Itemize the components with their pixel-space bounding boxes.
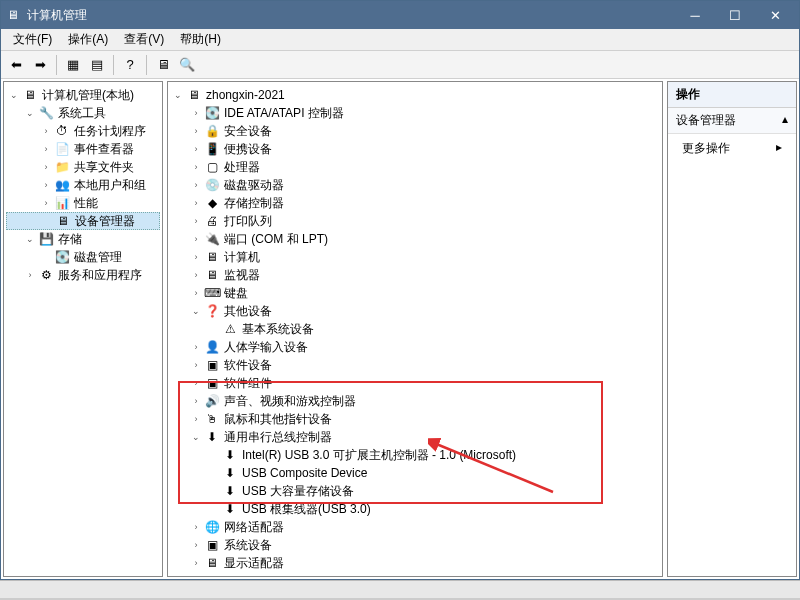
device-tree-node[interactable]: ›▣软件设备 — [170, 356, 660, 374]
show-hide-tree-button[interactable]: ▦ — [62, 54, 84, 76]
expand-icon[interactable]: › — [190, 359, 202, 371]
tree-item-label: 服务和应用程序 — [58, 267, 142, 284]
collapse-icon[interactable]: ⌄ — [8, 89, 20, 101]
tree-item-label: USB Composite Device — [242, 466, 367, 480]
actions-pane: 操作 设备管理器 ▴ 更多操作 ▸ — [667, 81, 797, 577]
more-actions-item[interactable]: 更多操作 ▸ — [668, 134, 796, 163]
expand-icon[interactable]: › — [40, 161, 52, 173]
help-button[interactable]: ? — [119, 54, 141, 76]
mgmt-tree-node[interactable]: ⌄🖥计算机管理(本地) — [6, 86, 160, 104]
tree-item-label: 端口 (COM 和 LPT) — [224, 231, 328, 248]
device-tree-node[interactable]: ›🖨打印队列 — [170, 212, 660, 230]
device-tree-node[interactable]: ›📱便携设备 — [170, 140, 660, 158]
device-tree-node[interactable]: ⬇USB 根集线器(USB 3.0) — [170, 500, 660, 518]
device-tree-node[interactable]: ⬇USB 大容量存储设备 — [170, 482, 660, 500]
mgmt-tree-node[interactable]: ›⏱任务计划程序 — [6, 122, 160, 140]
expand-icon[interactable]: › — [190, 269, 202, 281]
view-devices-button[interactable]: 🖥 — [152, 54, 174, 76]
expand-icon[interactable]: › — [190, 197, 202, 209]
collapse-icon[interactable]: ⌄ — [190, 431, 202, 443]
tree-item-label: IDE ATA/ATAPI 控制器 — [224, 105, 344, 122]
menu-action[interactable]: 操作(A) — [60, 29, 116, 50]
expand-icon[interactable]: › — [190, 179, 202, 191]
expand-icon[interactable]: › — [190, 233, 202, 245]
more-actions-label: 更多操作 — [682, 141, 730, 155]
device-tree-node[interactable]: ›🖥监视器 — [170, 266, 660, 284]
device-tree-node[interactable]: ›🖥显示适配器 — [170, 554, 660, 572]
device-tree-node[interactable]: ⚠基本系统设备 — [170, 320, 660, 338]
device-tree-node[interactable]: ›💽IDE ATA/ATAPI 控制器 — [170, 104, 660, 122]
close-button[interactable]: ✕ — [755, 1, 795, 29]
mgmt-tree-node[interactable]: ⌄🔧系统工具 — [6, 104, 160, 122]
minimize-button[interactable]: ─ — [675, 1, 715, 29]
device-tree-node[interactable]: ›🌐网络适配器 — [170, 518, 660, 536]
device-tree-node[interactable]: ›🔒安全设备 — [170, 122, 660, 140]
device-tree-node[interactable]: ›👤人体学输入设备 — [170, 338, 660, 356]
expand-icon[interactable]: › — [190, 557, 202, 569]
expand-icon[interactable]: › — [40, 197, 52, 209]
device-tree[interactable]: ⌄🖥zhongxin-2021›💽IDE ATA/ATAPI 控制器›🔒安全设备… — [168, 82, 662, 576]
expand-icon[interactable]: › — [190, 413, 202, 425]
device-tree-node[interactable]: ›▢处理器 — [170, 158, 660, 176]
expand-icon[interactable]: › — [190, 143, 202, 155]
forward-button[interactable]: ➡ — [29, 54, 51, 76]
tree-item-label: 显示适配器 — [224, 555, 284, 572]
mgmt-tree-node[interactable]: ⌄💾存储 — [6, 230, 160, 248]
device-tree-node[interactable]: ›◆存储控制器 — [170, 194, 660, 212]
device-tree-node[interactable]: ›💿磁盘驱动器 — [170, 176, 660, 194]
tree-item-icon: 📄 — [54, 141, 70, 157]
device-tree-node[interactable]: ›🖥计算机 — [170, 248, 660, 266]
device-tree-node[interactable]: ›🔌端口 (COM 和 LPT) — [170, 230, 660, 248]
collapse-icon[interactable]: ⌄ — [24, 107, 36, 119]
collapse-icon[interactable]: ⌄ — [24, 233, 36, 245]
device-tree-node[interactable]: ›🖱鼠标和其他指针设备 — [170, 410, 660, 428]
mgmt-tree-node[interactable]: 💽磁盘管理 — [6, 248, 160, 266]
expand-icon[interactable]: › — [190, 215, 202, 227]
collapse-icon[interactable]: ⌄ — [172, 89, 184, 101]
expand-icon[interactable]: › — [190, 395, 202, 407]
expand-icon[interactable]: › — [190, 107, 202, 119]
mgmt-tree-node[interactable]: ›👥本地用户和组 — [6, 176, 160, 194]
device-tree-node[interactable]: ⌄❓其他设备 — [170, 302, 660, 320]
tree-item-label: 打印队列 — [224, 213, 272, 230]
separator — [113, 55, 114, 75]
maximize-button[interactable]: ☐ — [715, 1, 755, 29]
device-tree-node[interactable]: ⬇USB Composite Device — [170, 464, 660, 482]
expand-icon[interactable]: › — [190, 377, 202, 389]
expand-icon[interactable]: › — [40, 125, 52, 137]
expand-icon[interactable]: › — [190, 287, 202, 299]
collapse-icon[interactable]: ▴ — [782, 112, 788, 129]
expand-icon[interactable]: › — [40, 179, 52, 191]
properties-button[interactable]: ▤ — [86, 54, 108, 76]
menu-view[interactable]: 查看(V) — [116, 29, 172, 50]
mgmt-tree-node[interactable]: ›📊性能 — [6, 194, 160, 212]
expand-icon[interactable]: › — [190, 521, 202, 533]
mgmt-tree-node[interactable]: ›⚙服务和应用程序 — [6, 266, 160, 284]
tree-item-icon: 🖥 — [204, 249, 220, 265]
device-tree-node[interactable]: ⬇Intel(R) USB 3.0 可扩展主机控制器 - 1.0 (Micros… — [170, 446, 660, 464]
expand-icon[interactable]: › — [190, 125, 202, 137]
expand-icon[interactable]: › — [24, 269, 36, 281]
expand-icon[interactable]: › — [190, 161, 202, 173]
device-tree-node[interactable]: ›⌨键盘 — [170, 284, 660, 302]
mgmt-tree-node[interactable]: ›📁共享文件夹 — [6, 158, 160, 176]
expand-icon[interactable]: › — [40, 143, 52, 155]
collapse-icon[interactable]: ⌄ — [190, 305, 202, 317]
expand-icon[interactable]: › — [190, 341, 202, 353]
scan-hardware-button[interactable]: 🔍 — [176, 54, 198, 76]
device-tree-node[interactable]: ›▣软件组件 — [170, 374, 660, 392]
device-tree-node[interactable]: ›▣系统设备 — [170, 536, 660, 554]
expand-icon[interactable]: › — [190, 539, 202, 551]
menu-help[interactable]: 帮助(H) — [172, 29, 229, 50]
back-button[interactable]: ⬅ — [5, 54, 27, 76]
management-tree[interactable]: ⌄🖥计算机管理(本地)⌄🔧系统工具›⏱任务计划程序›📄事件查看器›📁共享文件夹›… — [4, 82, 162, 288]
mgmt-tree-node[interactable]: 🖥设备管理器 — [6, 212, 160, 230]
menu-file[interactable]: 文件(F) — [5, 29, 60, 50]
device-tree-node[interactable]: ⌄🖥zhongxin-2021 — [170, 86, 660, 104]
expand-icon[interactable]: › — [190, 251, 202, 263]
mgmt-tree-node[interactable]: ›📄事件查看器 — [6, 140, 160, 158]
device-tree-node[interactable]: ⌄⬇通用串行总线控制器 — [170, 428, 660, 446]
tree-item-icon: 🖥 — [204, 555, 220, 571]
tree-item-label: 便携设备 — [224, 141, 272, 158]
device-tree-node[interactable]: ›🔊声音、视频和游戏控制器 — [170, 392, 660, 410]
